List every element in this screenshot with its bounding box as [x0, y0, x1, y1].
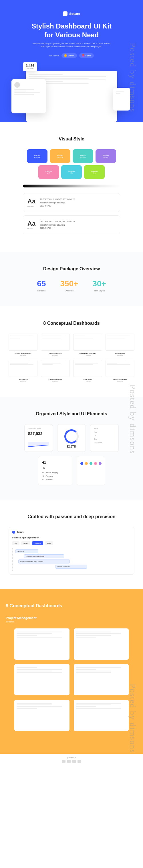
font-sample: Aa — [27, 220, 35, 227]
precision-section: Crafted with passion and deep precision … — [0, 500, 143, 589]
typography-card: H1 H2 H3 - Title Category H4 - Regular H… — [38, 456, 72, 486]
dash-count: 4 screens — [41, 381, 70, 382]
tab-timeline[interactable]: Timeline — [32, 541, 43, 545]
stat-label: Total Views — [26, 68, 34, 69]
typo-h5: H5 - Medium — [42, 478, 69, 482]
dashboard-item: Knowledge Base4 screens — [41, 360, 70, 382]
dashboard-item: Job Search4 screens — [8, 360, 38, 382]
watermark: Posted by dimsons — [128, 43, 137, 112]
font-name: Poppins — [27, 206, 35, 207]
font-specimen: ABCDEFGHIJKLMNOPQRSTUVWXYZabcdefghijklmn… — [40, 198, 75, 207]
screen-thumb — [14, 700, 70, 731]
font-card-roboto: AaRoboto ABCDEFGHIJKLMNOPQRSTUVWXYZabcde… — [23, 215, 120, 234]
thumb — [73, 360, 102, 377]
dot-icon — [67, 760, 71, 763]
bullet-icon — [80, 462, 83, 465]
dash-name: Knowledge Base — [41, 379, 70, 380]
bullet-icon — [99, 462, 101, 465]
dash-count: 4 screens — [105, 381, 135, 382]
swatch-warning: #ffb648warning — [50, 149, 70, 163]
watermark: Posted by dimsons — [128, 684, 137, 753]
tab-board[interactable]: Board — [21, 541, 30, 545]
typo-h3: H3 - Title Category — [42, 471, 69, 474]
screen-thumb — [14, 664, 70, 695]
timeline-task: Wireframe — [16, 549, 38, 553]
hero-section: Square Stylish Dashboard UI Kit for Vari… — [0, 0, 143, 122]
tab-files[interactable]: Files — [45, 541, 53, 545]
section-title: Design Package Overview — [8, 266, 135, 272]
typo-list: H1 H2 H3 - Title Category H4 - Regular H… — [42, 460, 69, 482]
preview-card-right — [113, 88, 130, 111]
label-item: List — [94, 435, 115, 436]
dash-count: 4 screens — [8, 355, 38, 356]
dashboard-item: Social Media4 screens — [105, 334, 135, 356]
logo-text: Square — [69, 12, 80, 16]
dash-count: 4 screens — [105, 355, 135, 356]
format-label: File Format — [49, 55, 59, 57]
stat-number: 30+ — [92, 279, 106, 288]
thumb — [105, 360, 135, 377]
section-title: 8 Conceptual Dashboards — [6, 603, 137, 609]
progress-value: 22.87% — [61, 445, 82, 448]
font-sample: Aa — [27, 198, 35, 205]
font-name: Roboto — [27, 228, 35, 229]
preview-stat-card: 3,456 Total Views — [23, 62, 37, 71]
watermark: Posted by dimsons — [128, 384, 137, 454]
logo: Square — [8, 11, 135, 16]
thumb — [41, 334, 70, 351]
screen-thumb — [74, 628, 129, 660]
title-line-2: for Various Need — [44, 31, 99, 39]
ui-elements-grid: Revenue this month $27,532 22.87% Button… — [8, 424, 135, 486]
label-item: Tag & Status — [94, 441, 115, 443]
labels-card: Button Form List Color Tag & Status — [90, 424, 119, 452]
stat-label: Screens — [37, 289, 46, 292]
footer-showcase: 8 Conceptual Dashboards Project Manageme… — [0, 589, 143, 754]
timeline-task: Square — Social Media Plan — [24, 554, 64, 558]
swatch-purple: #9f7aeapurple — [96, 149, 116, 163]
site-url: gfxtra.com — [3, 756, 140, 758]
swatch-lime: #a3e635lime — [84, 165, 105, 179]
dashboard-item: Project Management4 screens — [8, 334, 38, 356]
colors-card — [77, 456, 105, 486]
file-format-row: File Format Sketch Figma — [8, 53, 135, 58]
dashboards-section: 8 Conceptual Dashboards Project Manageme… — [0, 306, 143, 397]
dash-count: 4 screens — [8, 381, 38, 382]
section-title: Visual Style — [8, 136, 135, 142]
bullet-icon — [90, 462, 92, 465]
preview-card-left — [11, 79, 46, 113]
dash-name: Job Search — [8, 379, 38, 380]
thumb — [105, 334, 135, 351]
dashboard-item: Login & Sign Up4 screens — [105, 360, 135, 382]
brand-label: Square — [17, 531, 24, 533]
section-title: Organized Style and UI Elements — [8, 411, 135, 417]
sketch-pill: Sketch — [62, 53, 77, 58]
dashboard-grid: Project Management4 screens Sales Analyt… — [8, 334, 135, 382]
stat-textstyles: 30+Text Styles — [92, 279, 106, 292]
swatch-success: #4fd1c5success — [73, 149, 93, 163]
stats-row: 65Screens 350+Symbols 30+Text Styles — [8, 279, 135, 292]
dash-name: Login & Sign Up — [105, 379, 135, 380]
label-item: Form — [94, 431, 115, 433]
color-bullets — [80, 462, 101, 465]
dashboard-item: Sales Analytics4 screens — [41, 334, 70, 356]
screen-thumb — [74, 700, 129, 731]
bullet-icon — [85, 462, 88, 465]
stat-screens: 65Screens — [37, 279, 46, 292]
sparkline-icon — [28, 438, 49, 446]
thumb — [8, 334, 38, 351]
thumb — [8, 360, 38, 377]
revenue-card: Revenue this month $27,532 — [24, 424, 53, 452]
hero-subtitle: Made with an unique style using rounded … — [31, 42, 112, 48]
tab-list[interactable]: List — [12, 541, 20, 545]
footer-bar: gfxtra.com — [0, 754, 143, 766]
section-title: 8 Conceptual Dashboards — [8, 320, 135, 327]
category-title: Project Management — [6, 616, 137, 620]
sketch-label: Sketch — [68, 55, 74, 57]
package-section: Design Package Overview 65Screens 350+Sy… — [0, 252, 143, 306]
figma-icon — [82, 54, 85, 57]
square-logo-icon — [63, 11, 68, 16]
timeline: Wireframe Square — Social Media Plan Cir… — [12, 548, 131, 571]
bullet-icon — [94, 462, 97, 465]
category-count: 4 screens — [6, 621, 137, 623]
donut-chart-icon — [64, 429, 79, 443]
